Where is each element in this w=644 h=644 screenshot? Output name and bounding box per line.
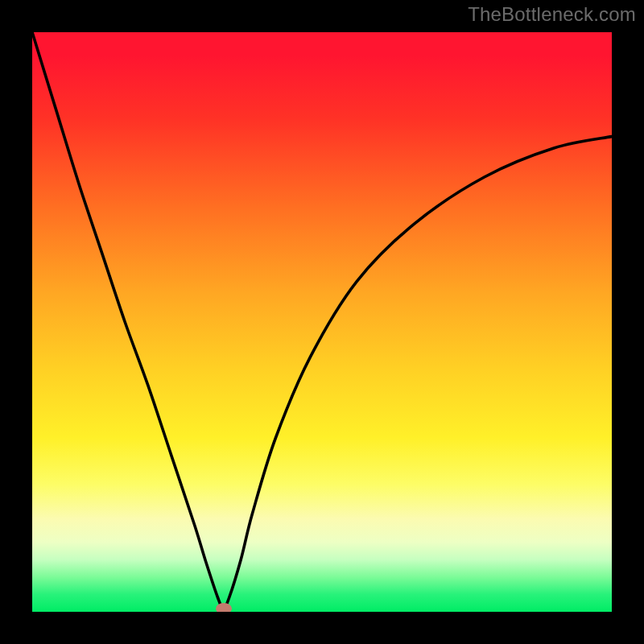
bottleneck-curve [32, 32, 612, 609]
watermark-text: TheBottleneck.com [468, 3, 636, 26]
chart-plot-area [32, 32, 612, 612]
optimum-marker [216, 603, 232, 612]
chart-curve-svg [32, 32, 612, 612]
chart-stage: TheBottleneck.com [0, 0, 644, 644]
